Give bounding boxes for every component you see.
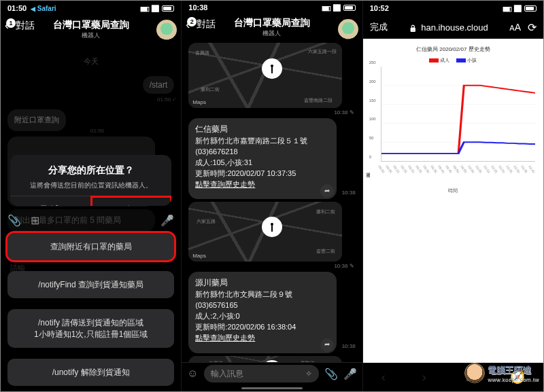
wifi-icon <box>513 4 522 12</box>
street-label: 嘉豐二街 <box>316 248 335 255</box>
back-to-app[interactable]: Safari <box>37 5 56 12</box>
pharmacy-updated: 更新時間:2020/02/07 10:37:35 <box>195 168 329 179</box>
phone-3-chart: 10:52 完成 han.ihouse.cloud AA 仁信藥局 2020/0… <box>363 1 543 391</box>
lock-icon <box>409 22 417 33</box>
map-card[interactable]: 六家五路 勝利二街 嘉豐二街 Maps <box>188 202 341 262</box>
text-size-button[interactable]: AA <box>509 22 521 33</box>
map-pin-icon <box>262 217 282 237</box>
x-axis-label: 時間 <box>367 188 539 194</box>
chat-body[interactable]: 今天 /start 01:50 ✓ 附近口罩查詢 01:50 可以貼上位置來查詢… <box>1 43 181 391</box>
street-label: 勝利二街 <box>316 209 335 215</box>
back-label: 對話 <box>16 20 35 32</box>
quick-reply-notifyfind[interactable]: /notifyFind 查詢到貨通知藥局 <box>7 271 174 298</box>
pharmacy-tel: (03)6676218 <box>195 147 329 158</box>
quick-reply-unotify[interactable]: /unotify 解除到貨通知 <box>7 359 174 386</box>
sticker-icon[interactable]: ✧ <box>305 369 312 378</box>
msg-time: 10:38 <box>342 189 356 197</box>
history-link[interactable]: 點擊查詢歷史走勢 <box>195 179 329 190</box>
street-label: 文興路 <box>209 360 223 362</box>
street-label: 六家五路一段 <box>308 48 337 55</box>
location-share-sheet: 分享您的所在位置？ 這將會傳送您目前的位置資訊給機器人。 取消 好 <box>10 155 171 206</box>
history-link[interactable]: 點擊查詢歷史走勢 <box>195 333 329 344</box>
placeholder: 輸入訊息 <box>211 368 243 380</box>
pharmacy-updated: 更新時間:2020/02/06 16:38:04 <box>195 322 329 333</box>
mic-icon[interactable]: 🎤 <box>343 368 357 380</box>
chat-header: ‹ 1 對話 台灣口罩藥局查詢 機器人 <box>1 16 181 43</box>
message-input-bar: ☺ 輸入訊息 ✧ 📎 🎤 <box>182 362 362 385</box>
nav-forward-icon[interactable]: › <box>422 370 426 385</box>
back-button[interactable]: ‹ 2 對話 <box>186 18 216 32</box>
pharmacy-name: 仁信藥局 <box>195 124 329 135</box>
safari-toolbar: 完成 han.ihouse.cloud AA <box>363 16 543 39</box>
emoji-icon[interactable]: ☺ <box>187 368 198 380</box>
street-label: 六家五路 <box>197 218 216 225</box>
chart-svg <box>381 67 535 161</box>
signal-icon <box>503 4 511 12</box>
map-time: 10:38 <box>334 263 354 269</box>
watermark-avatar-icon <box>464 363 485 383</box>
wifi-icon <box>151 4 159 12</box>
attachment-bar: 📎 ⊞ 🎤 <box>1 213 181 228</box>
bot-avatar[interactable] <box>156 20 177 40</box>
attach-icon[interactable]: 📎 <box>324 368 338 380</box>
reload-icon[interactable] <box>528 21 537 34</box>
msg-time: 10:38 <box>342 342 356 351</box>
sheet-title: 分享您的所在位置？ <box>20 164 162 177</box>
status-time: 10:52 <box>370 4 389 12</box>
url-text: han.ihouse.cloud <box>421 22 488 33</box>
status-bar: 10:38 <box>182 1 362 15</box>
done-button[interactable]: 完成 <box>370 21 388 33</box>
status-bar: 01:50 ◀ Safari <box>1 1 181 16</box>
map-card[interactable]: 嘉興路 六家五路一段 勝利二街 嘉豐南路二段 Maps <box>188 43 341 108</box>
pharmacy-address: 新竹縣竹北市文興路二段９號 <box>195 289 329 300</box>
street-label: 勝利二街 <box>201 86 220 93</box>
watermark: 電腦王阿達 www.kocpc.com.tw <box>464 363 539 383</box>
chat-title: 台灣口罩藥局查詢 <box>53 19 129 31</box>
nav-back-icon[interactable]: ‹ <box>381 370 386 385</box>
pharmacy-card: 仁信藥局 新竹縣竹北市嘉豐南路二段５１號 (03)6676218 成人:105,… <box>188 118 336 199</box>
back-label: 對話 <box>197 18 216 31</box>
quick-reply-nearby[interactable]: 查詢附近有口罩的藥局 <box>7 233 174 260</box>
battery-icon <box>524 5 537 12</box>
phone-1-chat: 01:50 ◀ Safari ‹ 1 對話 台灣口罩藥局查詢 機器人 今天 <box>1 1 182 391</box>
pharmacy-stock: 成人:105,小孩:31 <box>195 158 329 168</box>
map-time: 10:38 <box>334 109 354 115</box>
quick-reply-notify[interactable]: /notify 請傳送到貨通知的區域 1小時通知1次,只能註冊1個區域 <box>7 309 174 347</box>
watermark-url: www.kocpc.com.tw <box>488 376 539 382</box>
share-icon[interactable]: ➦ <box>320 184 334 198</box>
watermark-brand: 電腦王阿達 <box>488 365 532 375</box>
mic-icon[interactable]: 🎤 <box>160 214 174 227</box>
sheet-desc: 這將會傳送您目前的位置資訊給機器人。 <box>20 181 162 190</box>
status-bar: 10:52 <box>363 1 543 16</box>
back-button[interactable]: ‹ 1 對話 <box>5 18 35 33</box>
chart-title: 仁信藥局 2020/02/07 歷史走勢 <box>367 46 539 53</box>
attach-icon[interactable]: 📎 <box>7 214 21 227</box>
apple-maps-label: Maps <box>192 99 206 105</box>
chart-legend: 成人 小孩 <box>367 57 539 64</box>
battery-icon <box>343 5 356 11</box>
sheet-ok-button[interactable]: 好 <box>91 196 171 206</box>
signal-icon <box>322 3 330 12</box>
pharmacy-card: 源川藥局 新竹縣竹北市文興路二段９號 (03)6576165 成人:2,小孩:0… <box>188 272 336 353</box>
legend-label: 小孩 <box>467 58 477 63</box>
legend-swatch-blue <box>456 58 466 63</box>
apple-maps-label: Maps <box>192 253 206 259</box>
chart-area: 仁信藥局 2020/02/07 歷史走勢 成人 小孩 0 50 100 150 … <box>363 39 543 197</box>
status-time: 10:38 <box>188 3 207 12</box>
x-tick-labels: 09:0009:0509:1009:1509:2009:2509:3009:35… <box>381 164 535 168</box>
message-input[interactable]: 輸入訊息 ✧ <box>204 365 319 382</box>
sheet-cancel-button[interactable]: 取消 <box>10 196 91 206</box>
pharmacy-stock: 成人:2,小孩:0 <box>195 311 329 322</box>
share-icon[interactable]: ➦ <box>320 338 334 352</box>
chat-body[interactable]: 嘉興路 六家五路一段 勝利二街 嘉豐南路二段 Maps 10:38 仁信藥局 新… <box>182 40 362 361</box>
url-bar[interactable]: han.ihouse.cloud <box>388 22 510 33</box>
street-label: 嘉豐南路二段 <box>304 97 333 104</box>
chat-subtitle: 機器人 <box>53 31 129 40</box>
legend-swatch-red <box>429 58 439 63</box>
legend-label: 成人 <box>440 58 449 63</box>
map-card[interactable]: 文興路 興隆路 <box>188 356 341 362</box>
grid-icon[interactable]: ⊞ <box>31 214 39 227</box>
bot-avatar[interactable] <box>338 19 358 39</box>
phone-2-results: 10:38 ‹ 2 對話 台灣口罩藥局查詢 機器人 嘉興路 <box>182 1 362 391</box>
chat-header: ‹ 2 對話 台灣口罩藥局查詢 機器人 <box>182 15 362 41</box>
